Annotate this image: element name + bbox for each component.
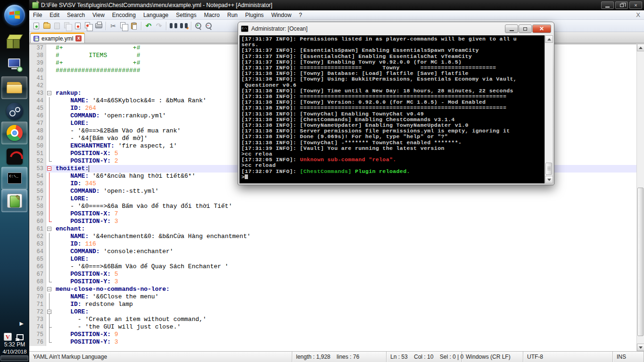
console-scroll-down-icon[interactable] [545, 176, 553, 183]
zoom-in-icon[interactable]: + [193, 21, 204, 31]
line-number[interactable]: 59 [29, 210, 46, 218]
console-scroll-up-icon[interactable] [545, 35, 553, 43]
taskbar-minecraft-icon[interactable] [1, 30, 27, 53]
console-output[interactable]: [17:31:37 INFO]: Permissions listed in a… [239, 35, 545, 183]
code-line-63[interactable]: 63 ID: 116 [29, 240, 636, 248]
line-number[interactable]: 49 [29, 135, 46, 142]
restore-button[interactable] [615, 1, 628, 9]
line-number[interactable]: 64 [29, 248, 46, 255]
line-number[interactable]: 65 [29, 255, 46, 263]
line-number[interactable]: 58 [29, 203, 46, 210]
line-number[interactable]: 48 [29, 127, 46, 135]
fold-toggle-icon[interactable] [46, 90, 53, 97]
console-scrollbar[interactable] [545, 35, 553, 183]
taskbar-chrome-icon[interactable] [1, 122, 27, 144]
code-line-76[interactable]: 76 POSITION-Y: 3 [29, 338, 636, 346]
line-number[interactable]: 74 [29, 323, 46, 331]
line-number[interactable]: 72 [29, 308, 46, 316]
code-line-56[interactable]: 56 COMMAND: 'open:-stt.yml' [29, 188, 636, 195]
close-doc-icon[interactable] [73, 21, 83, 31]
line-number[interactable]: 68 [29, 278, 46, 286]
fold-toggle-icon[interactable] [46, 225, 53, 233]
line-number[interactable]: 53 [29, 165, 46, 173]
code-line-74[interactable]: 74 - 'the GUI will just close.' [29, 323, 636, 331]
line-number[interactable]: 37 [29, 44, 46, 52]
line-number[interactable]: 40 [29, 67, 46, 74]
code-line-64[interactable]: 64 COMMAND: 'console:enchanter' [29, 248, 636, 255]
status-insert-mode[interactable]: INS [613, 352, 644, 362]
document-close-icon[interactable]: X [636, 11, 640, 18]
menu-window[interactable]: Window [267, 11, 295, 19]
fold-toggle-icon[interactable] [46, 165, 53, 173]
taskbar-clock[interactable]: 5:32 PM 4/10/2018 [0, 341, 29, 354]
line-number[interactable]: 45 [29, 105, 46, 112]
tab-example-yml[interactable]: example.yml x [30, 33, 85, 43]
line-number[interactable]: 57 [29, 195, 46, 203]
taskbar-notepad-plus-plus-icon[interactable] [1, 189, 27, 212]
notepad-titlebar[interactable]: D:\File SV\SV Test\plugins\ChestCommands… [29, 0, 644, 10]
line-number[interactable]: 76 [29, 338, 46, 346]
taskbar-cmd-icon[interactable]: C:\_ [1, 167, 27, 189]
line-number[interactable]: 51 [29, 150, 46, 157]
line-number[interactable]: 47 [29, 120, 46, 127]
line-number[interactable]: 55 [29, 180, 46, 188]
line-number[interactable]: 39 [29, 59, 46, 67]
line-number[interactable]: 66 [29, 263, 46, 271]
show-desktop-button[interactable] [0, 355, 28, 361]
zoom-out-icon[interactable]: − [204, 21, 214, 31]
menu-plugins[interactable]: Plugins [241, 11, 267, 19]
editor-vertical-scrollbar[interactable] [636, 44, 644, 351]
taskbar-garena-icon[interactable] [1, 145, 27, 168]
line-number[interactable]: 70 [29, 293, 46, 301]
taskbar-steam-icon[interactable] [1, 100, 27, 123]
menu-[interactable]: ? [295, 11, 306, 19]
replace-icon[interactable] [179, 21, 189, 31]
code-line-58[interactable]: 58 - '&0====>&6a Bấm vào để thay đổi thờ… [29, 203, 636, 210]
line-number[interactable]: 41 [29, 74, 46, 82]
code-line-68[interactable]: 68 POSITION-Y: 3 [29, 278, 636, 286]
line-number[interactable]: 46 [29, 112, 46, 120]
taskbar-start-orb[interactable] [1, 4, 27, 26]
line-number[interactable]: 38 [29, 52, 46, 59]
code-line-66[interactable]: 66 - '&0===>&6Bấm Vào để Quay Sách Encha… [29, 263, 636, 271]
code-line-61[interactable]: 61enchant: [29, 225, 636, 233]
line-number[interactable]: 50 [29, 142, 46, 150]
line-number[interactable]: 61 [29, 225, 46, 233]
tray-expand-icon[interactable]: ▶ [20, 321, 24, 327]
code-line-72[interactable]: 72 LORE: [29, 308, 636, 316]
code-line-73[interactable]: 73 - 'Create an item without command,' [29, 316, 636, 323]
console-titlebar[interactable]: C:\ Administrator: [Ocean] ✕ [238, 22, 554, 35]
line-number[interactable]: 69 [29, 286, 46, 293]
line-number[interactable]: 56 [29, 188, 46, 195]
status-encoding[interactable]: UTF-8 [523, 352, 613, 362]
editor-scroll-thumb[interactable] [637, 188, 644, 336]
taskbar-explorer-icon[interactable] [1, 76, 27, 99]
scroll-up-icon[interactable] [637, 44, 644, 51]
line-number[interactable]: 42 [29, 82, 46, 90]
code-line-70[interactable]: 70 NAME: '&6Close the menu' [29, 293, 636, 301]
menu-encoding[interactable]: Encoding [108, 11, 140, 19]
vietkey-tray-icon[interactable]: V [4, 333, 12, 341]
tab-close-icon[interactable]: x [75, 35, 82, 41]
code-line-69[interactable]: 69menu-close-no-commands-no-lore: [29, 286, 636, 293]
console-scroll-thumb[interactable] [545, 163, 552, 175]
console-minimize-button[interactable] [505, 25, 518, 33]
line-number[interactable]: 60 [29, 218, 46, 225]
print-icon[interactable] [93, 21, 104, 31]
line-number[interactable]: 63 [29, 240, 46, 248]
line-number[interactable]: 71 [29, 301, 46, 308]
line-number[interactable]: 52 [29, 157, 46, 165]
menu-view[interactable]: View [89, 11, 108, 19]
status-eol-format[interactable]: Windows (CR LF) [462, 352, 523, 362]
line-number[interactable]: 43 [29, 90, 46, 97]
scroll-down-icon[interactable] [637, 344, 644, 351]
save-icon[interactable] [52, 21, 62, 31]
code-line-71[interactable]: 71 ID: redstone lamp [29, 301, 636, 308]
menu-settings[interactable]: Settings [172, 11, 200, 19]
line-number[interactable]: 54 [29, 173, 46, 180]
redo-icon[interactable]: ↷ [154, 21, 164, 31]
code-line-62[interactable]: 62 NAME: '&4enchantment&0: &b&nCửa Hàng … [29, 233, 636, 240]
line-number[interactable]: 67 [29, 271, 46, 278]
network-tray-icon[interactable] [16, 334, 24, 341]
code-line-75[interactable]: 75 POSITION-X: 9 [29, 331, 636, 338]
